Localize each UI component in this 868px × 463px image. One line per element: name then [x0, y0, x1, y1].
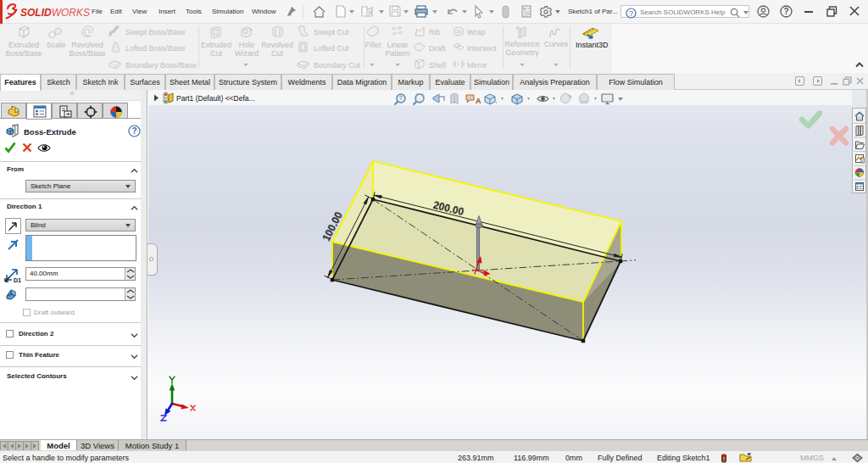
svg-text:?: ? — [629, 8, 633, 17]
svg-text:?: ? — [131, 126, 136, 136]
svg-text:A: A — [476, 97, 481, 105]
svg-text:D1: D1 — [14, 277, 21, 283]
svg-text:3d: 3d — [456, 29, 461, 34]
svg-text:?: ? — [783, 7, 788, 16]
